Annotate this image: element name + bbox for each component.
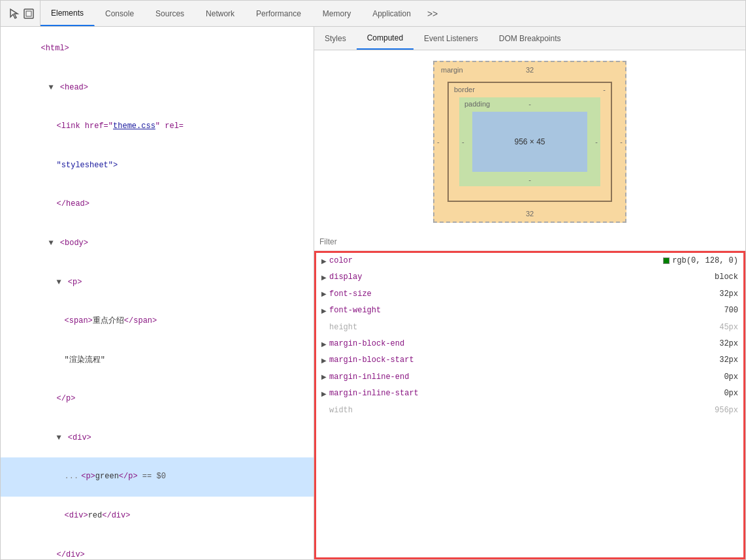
dom-line: </p> — [1, 380, 314, 419]
box-model-diagram: margin 32 32 - - border - padding - - — [314, 50, 745, 233]
subtab-dom-breakpoints[interactable]: DOM Breakpoints — [489, 27, 572, 50]
css-prop-width: width 956px — [316, 403, 743, 419]
tab-console[interactable]: Console — [95, 1, 145, 26]
prop-name: margin-block-end — [329, 337, 460, 350]
prop-value: 32px — [719, 354, 738, 367]
margin-right-value: - — [620, 138, 623, 146]
expand-triangle[interactable]: ▶ — [321, 255, 329, 267]
content-dimensions: 956 × 45 — [514, 137, 545, 146]
svg-rect-1 — [26, 11, 31, 16]
color-swatch — [663, 257, 670, 264]
dom-line: <div>red</div> — [1, 497, 314, 536]
padding-box: padding - - - - 956 × 45 — [459, 97, 600, 186]
padding-left-value: - — [462, 138, 464, 146]
margin-top-value: 32 — [526, 66, 534, 74]
padding-label: padding — [464, 100, 490, 108]
css-prop-margin-inline-start[interactable]: ▶ margin-inline-start 0px — [316, 386, 743, 402]
prop-name: color — [329, 254, 460, 267]
expand-triangle[interactable]: ▶ — [321, 272, 329, 283]
dom-line: <link href="theme.css" rel= — [1, 107, 314, 146]
dom-line: ▼ <head> — [1, 69, 314, 108]
css-prop-color[interactable]: ▶ color rgb(0, 128, 0) — [316, 253, 743, 269]
padding-right-value: - — [595, 138, 598, 146]
tab-application[interactable]: Application — [362, 1, 422, 26]
main-toolbar: Elements Console Sources Network Perform… — [1, 1, 745, 27]
right-panel: Styles Computed Event Listeners DOM Brea… — [314, 27, 745, 559]
tab-performance[interactable]: Performance — [246, 1, 312, 26]
prop-name: font-size — [329, 288, 460, 301]
border-value: - — [603, 86, 606, 93]
subtab-event-listeners[interactable]: Event Listeners — [414, 27, 489, 50]
dom-panel[interactable]: <html> ▼ <head> <link href="theme.css" r… — [1, 27, 314, 559]
margin-box: margin 32 32 - - border - padding - - — [433, 61, 626, 223]
prop-name: margin-block-start — [329, 354, 460, 367]
tab-memory[interactable]: Memory — [312, 1, 362, 26]
main-tab-bar: Elements Console Sources Network Perform… — [41, 1, 443, 26]
tab-network[interactable]: Network — [195, 1, 246, 26]
subtab-styles[interactable]: Styles — [314, 27, 357, 50]
inspect-icon[interactable] — [23, 8, 35, 20]
border-box: border - padding - - - - 956 × 45 — [447, 82, 612, 202]
expand-triangle[interactable]: ▶ — [321, 388, 329, 399]
subtab-computed[interactable]: Computed — [357, 27, 414, 50]
sub-tab-bar: Styles Computed Event Listeners DOM Brea… — [314, 27, 745, 50]
more-tabs-button[interactable]: >> — [422, 1, 443, 26]
prop-value: 0px — [724, 371, 738, 384]
border-label: border — [454, 86, 475, 93]
dom-line: <html> — [1, 29, 314, 69]
dom-line: <span>重点介绍</span> — [1, 302, 314, 341]
prop-name: width — [329, 404, 460, 417]
prop-value: 0px — [724, 387, 738, 400]
dom-line: ▼ <div> — [1, 419, 314, 458]
dom-line: </head> — [1, 185, 314, 224]
margin-left-value: - — [437, 138, 440, 146]
cursor-icon[interactable] — [8, 8, 20, 20]
prop-name: margin-inline-end — [329, 371, 460, 384]
dom-line-selected[interactable]: ...<p>green</p> == $0 — [1, 457, 314, 497]
dom-line: </div> — [1, 535, 314, 559]
expand-triangle[interactable]: ▶ — [321, 355, 329, 366]
css-prop-margin-inline-end[interactable]: ▶ margin-inline-end 0px — [316, 369, 743, 386]
prop-name: font-weight — [329, 304, 460, 317]
prop-name: display — [329, 271, 460, 284]
dom-line: "渲染流程" — [1, 341, 314, 380]
expand-triangle[interactable]: ▶ — [321, 305, 329, 316]
tab-sources[interactable]: Sources — [145, 1, 195, 26]
prop-value: block — [715, 271, 738, 284]
css-prop-height: height 45px — [316, 320, 743, 336]
prop-name: height — [329, 321, 460, 334]
expand-triangle[interactable]: ▶ — [321, 288, 329, 299]
css-prop-font-weight[interactable]: ▶ font-weight 700 — [316, 303, 743, 319]
dom-line: ▼ <p> — [1, 263, 314, 302]
filter-bar — [314, 233, 745, 251]
expand-triangle[interactable]: ▶ — [321, 371, 329, 382]
css-properties-panel: ▶ color rgb(0, 128, 0) ▶ display block ▶… — [314, 251, 745, 559]
main-content: <html> ▼ <head> <link href="theme.css" r… — [1, 27, 745, 559]
filter-input[interactable] — [319, 237, 740, 246]
svg-rect-0 — [24, 9, 33, 18]
prop-value: 32px — [719, 288, 738, 301]
prop-value: 700 — [724, 304, 738, 317]
margin-bottom-value: 32 — [526, 210, 534, 218]
padding-bottom-value: - — [528, 176, 531, 184]
css-prop-display[interactable]: ▶ display block — [316, 269, 743, 286]
css-prop-font-size[interactable]: ▶ font-size 32px — [316, 286, 743, 303]
expand-triangle[interactable]: ▶ — [321, 338, 329, 350]
css-prop-margin-block-end[interactable]: ▶ margin-block-end 32px — [316, 336, 743, 352]
toolbar-icons — [3, 1, 41, 26]
prop-value: 956px — [715, 404, 738, 417]
content-box: 956 × 45 — [472, 112, 587, 172]
padding-top-value: - — [528, 100, 531, 108]
prop-value: 32px — [719, 337, 738, 350]
dom-line: "stylesheet"> — [1, 146, 314, 186]
dom-line: ▼ <body> — [1, 224, 314, 263]
css-prop-margin-block-start[interactable]: ▶ margin-block-start 32px — [316, 352, 743, 369]
prop-name: margin-inline-start — [329, 387, 460, 400]
tab-elements[interactable]: Elements — [41, 1, 95, 26]
margin-label: margin — [441, 66, 463, 74]
prop-value: 45px — [719, 321, 738, 334]
prop-value: rgb(0, 128, 0) — [663, 254, 738, 267]
devtools-window: Elements Console Sources Network Perform… — [0, 0, 746, 560]
